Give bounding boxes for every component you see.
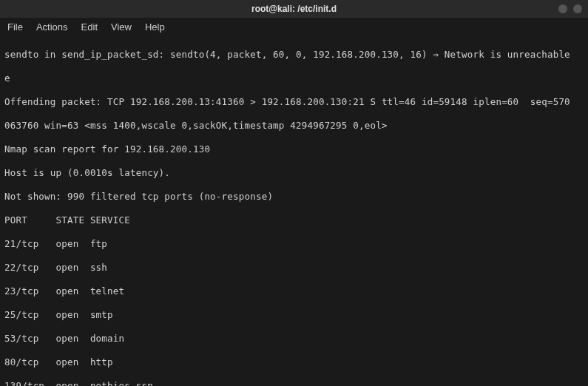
output-line: Not shown: 990 filtered tcp ports (no-re… <box>4 191 584 203</box>
close-button[interactable] <box>573 4 582 13</box>
output-line: 139/tcp open netbios-ssn <box>4 380 584 386</box>
output-line: sendto in send_ip_packet_sd: sendto(4, p… <box>4 49 584 61</box>
output-line: 53/tcp open domain <box>4 333 584 345</box>
menu-file[interactable]: File <box>7 21 23 33</box>
menu-help[interactable]: Help <box>145 21 165 33</box>
output-line: PORT STATE SERVICE <box>4 214 584 226</box>
window-title: root@kali: /etc/init.d <box>251 4 337 14</box>
window-controls <box>558 4 582 13</box>
titlebar: root@kali: /etc/init.d <box>0 0 588 18</box>
menu-edit[interactable]: Edit <box>81 21 98 33</box>
terminal-output[interactable]: sendto in send_ip_packet_sd: sendto(4, p… <box>0 35 588 386</box>
output-line: 80/tcp open http <box>4 356 584 368</box>
output-line: 25/tcp open smtp <box>4 309 584 321</box>
output-line: 22/tcp open ssh <box>4 262 584 274</box>
output-line: Host is up (0.0010s latency). <box>4 167 584 179</box>
output-line: Nmap scan report for 192.168.200.130 <box>4 143 584 155</box>
menu-actions[interactable]: Actions <box>36 21 68 33</box>
output-line: 21/tcp open ftp <box>4 238 584 250</box>
minimize-button[interactable] <box>558 4 567 13</box>
menu-view[interactable]: View <box>111 21 132 33</box>
output-line: 23/tcp open telnet <box>4 285 584 297</box>
output-line: e <box>4 72 584 84</box>
menubar: File Actions Edit View Help <box>0 18 588 35</box>
output-line: Offending packet: TCP 192.168.200.13:413… <box>4 96 584 108</box>
output-line: 063760 win=63 <mss 1400,wscale 0,sackOK,… <box>4 120 584 132</box>
